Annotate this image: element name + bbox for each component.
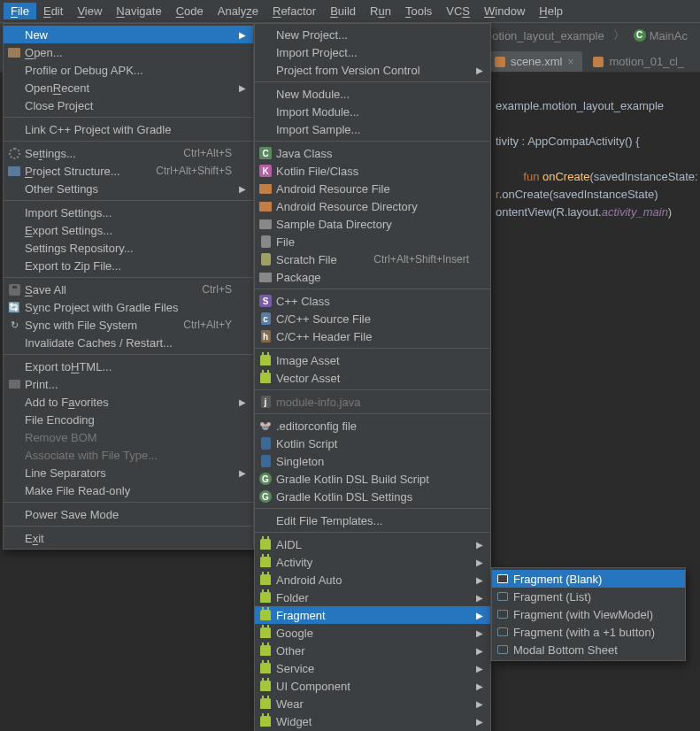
new-folder[interactable]: Folder▶ xyxy=(255,589,490,606)
file-settings[interactable]: Settings...Ctrl+Alt+S xyxy=(4,144,253,162)
android-icon xyxy=(258,696,273,711)
file-encoding[interactable]: File Encoding xyxy=(4,411,253,428)
file-project-structure[interactable]: Project Structure...Ctrl+Alt+Shift+S xyxy=(4,162,253,180)
file-profile-apk[interactable]: Profile or Debug APK... xyxy=(4,61,253,79)
new-ui-component[interactable]: UI Component▶ xyxy=(255,677,490,695)
new-service[interactable]: Service▶ xyxy=(255,659,490,677)
new-android-resource-file[interactable]: Android Resource File xyxy=(255,180,490,197)
kotlin-icon: K xyxy=(258,164,273,178)
file-open[interactable]: Open... xyxy=(4,43,253,61)
new-cpp-source[interactable]: cC/C++ Source File xyxy=(255,310,490,327)
file-export-settings[interactable]: Export Settings... xyxy=(4,221,253,239)
new-project[interactable]: New Project... xyxy=(255,26,490,43)
new-edit-templates[interactable]: Edit File Templates... xyxy=(255,512,490,529)
file-print[interactable]: Print... xyxy=(4,375,253,393)
breadcrumb-label: MainAc xyxy=(650,29,688,42)
new-cpp-class[interactable]: SC++ Class xyxy=(255,292,490,310)
tab-motion[interactable]: motion_01_cl_ xyxy=(584,51,693,72)
file-readonly[interactable]: Make File Read-only xyxy=(4,481,253,499)
new-gradle-kotlin-build[interactable]: GGradle Kotlin DSL Build Script xyxy=(255,470,490,488)
file-line-separators[interactable]: Line Separators▶ xyxy=(4,464,253,481)
new-singleton[interactable]: Singleton xyxy=(255,452,490,470)
file-import-settings[interactable]: Import Settings... xyxy=(4,204,253,221)
menu-help[interactable]: Help xyxy=(532,3,570,19)
new-kotlin-script[interactable]: Kotlin Script xyxy=(255,435,490,452)
class-icon: C xyxy=(634,29,646,42)
new-vector-asset[interactable]: Vector Asset xyxy=(255,369,490,387)
new-cpp-header[interactable]: hC/C++ Header File xyxy=(255,327,490,345)
android-icon xyxy=(258,626,273,640)
new-import-sample[interactable]: Import Sample... xyxy=(255,120,490,138)
new-from-vcs[interactable]: Project from Version Control▶ xyxy=(255,61,490,79)
new-editorconfig[interactable]: 🐭.editorconfig file xyxy=(255,417,490,435)
new-file[interactable]: File xyxy=(255,233,490,250)
submenu-arrow-icon: ▶ xyxy=(476,717,483,727)
new-gradle-kotlin-settings[interactable]: GGradle Kotlin DSL Settings xyxy=(255,488,490,505)
new-fragment[interactable]: Fragment▶ xyxy=(255,606,490,624)
fragment-list[interactable]: Fragment (List) xyxy=(492,588,685,605)
new-kotlin-file[interactable]: KKotlin File/Class xyxy=(255,162,490,180)
file-save-all[interactable]: Save AllCtrl+S xyxy=(4,281,253,298)
menu-view[interactable]: View xyxy=(70,3,109,19)
breadcrumb-class[interactable]: C MainAc xyxy=(628,27,693,44)
file-new[interactable]: New▶ xyxy=(4,26,253,43)
menu-tools[interactable]: Tools xyxy=(398,3,439,19)
new-other[interactable]: Other▶ xyxy=(255,642,490,659)
file-power-save[interactable]: Power Save Mode xyxy=(4,505,253,523)
file-sync-fs[interactable]: ↻Sync with File SystemCtrl+Alt+Y xyxy=(4,316,253,334)
fragment-viewmodel[interactable]: Fragment (with ViewModel) xyxy=(492,605,685,623)
new-package[interactable]: Package xyxy=(255,268,490,286)
submenu-arrow-icon: ▶ xyxy=(476,611,483,620)
close-icon[interactable]: × xyxy=(567,56,573,68)
file-exit[interactable]: Exit xyxy=(4,529,253,547)
submenu-arrow-icon: ▶ xyxy=(476,628,483,638)
file-sync-gradle[interactable]: 🔄Sync Project with Gradle Files xyxy=(4,298,253,316)
menu-run[interactable]: Run xyxy=(363,3,398,19)
new-scratch-file[interactable]: Scratch FileCtrl+Alt+Shift+Insert xyxy=(255,250,490,268)
file-close-project[interactable]: Close Project xyxy=(4,96,253,114)
file-add-favorites[interactable]: Add to Favorites▶ xyxy=(4,393,253,411)
menu-analyze[interactable]: Analyze xyxy=(211,3,265,19)
file-other-settings[interactable]: Other Settings▶ xyxy=(4,180,253,197)
menu-code[interactable]: Code xyxy=(169,3,211,19)
file-export-zip[interactable]: Export to Zip File... xyxy=(4,257,253,274)
new-android-auto[interactable]: Android Auto▶ xyxy=(255,571,490,589)
fragment-modal-bottom-sheet[interactable]: Modal Bottom Sheet xyxy=(492,641,685,658)
file-open-recent[interactable]: Open Recent▶ xyxy=(4,79,253,96)
menu-refactor[interactable]: Refactor xyxy=(265,3,323,19)
new-import-project[interactable]: Import Project... xyxy=(255,43,490,61)
fragment-blank[interactable]: Fragment (Blank) xyxy=(492,570,685,588)
file-export-html[interactable]: Export to HTML... xyxy=(4,358,253,375)
editorconfig-icon: 🐭 xyxy=(258,419,273,433)
menu-vcs[interactable]: VCS xyxy=(439,3,477,19)
new-sample-data-dir[interactable]: Sample Data Directory xyxy=(255,215,490,233)
new-aidl[interactable]: AIDL▶ xyxy=(255,535,490,553)
android-icon xyxy=(258,643,273,658)
submenu-arrow-icon: ▶ xyxy=(239,30,246,40)
submenu-arrow-icon: ▶ xyxy=(239,83,246,93)
cpp-icon: S xyxy=(258,294,273,308)
new-widget[interactable]: Widget▶ xyxy=(255,712,490,730)
menu-navigate[interactable]: Navigate xyxy=(109,3,168,19)
menu-build[interactable]: Build xyxy=(323,3,363,19)
new-wear[interactable]: Wear▶ xyxy=(255,695,490,712)
android-icon xyxy=(258,590,273,604)
tab-scene[interactable]: scene.xml × xyxy=(486,51,583,72)
new-google[interactable]: Google▶ xyxy=(255,624,490,642)
file-invalidate-caches[interactable]: Invalidate Caches / Restart... xyxy=(4,334,253,351)
file-settings-repo[interactable]: Settings Repository... xyxy=(4,239,253,257)
file-menu: New▶ Open... Profile or Debug APK... Ope… xyxy=(3,23,254,550)
new-android-resource-dir[interactable]: Android Resource Directory xyxy=(255,197,490,215)
fragment-plus1[interactable]: Fragment (with a +1 button) xyxy=(492,623,685,641)
menu-edit[interactable]: Edit xyxy=(36,3,70,19)
new-import-module[interactable]: Import Module... xyxy=(255,103,490,120)
new-image-asset[interactable]: Image Asset xyxy=(255,351,490,369)
menu-file[interactable]: File xyxy=(4,3,36,19)
new-module[interactable]: New Module... xyxy=(255,85,490,103)
new-java-class[interactable]: CJava Class xyxy=(255,144,490,162)
file-link-cpp[interactable]: Link C++ Project with Gradle xyxy=(4,120,253,138)
submenu-arrow-icon: ▶ xyxy=(476,681,483,691)
new-activity[interactable]: Activity▶ xyxy=(255,553,490,571)
gradle-icon: G xyxy=(258,489,273,504)
menu-window[interactable]: Window xyxy=(477,3,532,19)
